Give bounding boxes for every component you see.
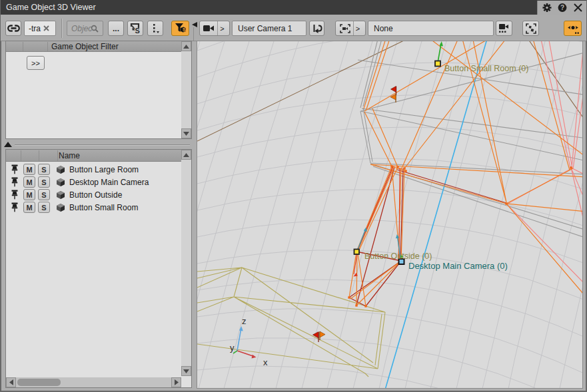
svg-text:Button Outside (0): Button Outside (0) [364,252,432,261]
svg-text:z: z [242,316,247,326]
svg-text:Button Small Room (0): Button Small Room (0) [444,64,528,73]
svg-text:x: x [263,357,268,367]
svg-text:y: y [230,343,235,353]
svg-text:S: S [135,27,140,34]
svg-text:?: ? [560,4,564,11]
svg-text:S: S [183,27,186,33]
svg-text:Desktop Main Camera (0): Desktop Main Camera (0) [408,261,508,271]
